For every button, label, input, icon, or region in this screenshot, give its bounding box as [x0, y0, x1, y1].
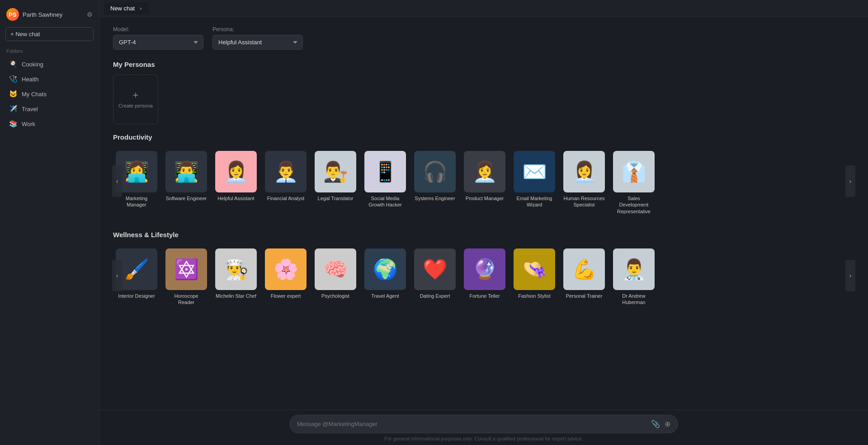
persona-label: Michelin Star Chef	[216, 293, 256, 299]
avatar: PS	[6, 8, 19, 21]
wellness-section: Wellness & Lifestyle ‹ 🖌️Interior Design…	[113, 231, 854, 313]
sidebar-item-travel[interactable]: ✈️Travel	[3, 102, 96, 116]
sidebar-header: PS Parth Sawhney ⚙	[0, 5, 99, 24]
settings-icon[interactable]: ⚙	[87, 11, 93, 18]
persona-label: Flower expert	[271, 293, 301, 299]
persona-card[interactable]: 👔Sales Development Representative	[611, 149, 656, 218]
persona-card[interactable]: 🔮Fortune Teller	[462, 247, 507, 309]
wellness-scroll-wrapper: ‹ 🖌️Interior Designer🔯Horoscope Reader👨‍…	[113, 245, 854, 313]
persona-label: Email Marketing Wizard	[514, 195, 555, 208]
persona-avatar: 👩‍💼	[563, 151, 605, 192]
persona-label: Psychologist	[321, 293, 349, 299]
folder-icon: 🐱	[9, 90, 18, 98]
persona-select[interactable]: Helpful Assistant	[212, 35, 303, 50]
sidebar-item-health[interactable]: 🩺Health	[3, 72, 96, 86]
persona-label: Personal Trainer	[566, 293, 603, 299]
persona-card[interactable]: 💪Personal Trainer	[561, 247, 607, 309]
persona-avatar: 💪	[563, 248, 605, 290]
persona-label: Sales Development Representative	[613, 195, 655, 215]
persona-card[interactable]: 👩‍💼Product Manager	[462, 149, 507, 218]
persona-label: Fashion Stylist	[518, 293, 551, 299]
persona-avatar: 👨‍💼	[265, 151, 307, 192]
wellness-scroll-right[interactable]: ›	[845, 260, 855, 291]
model-select[interactable]: GPT-4	[113, 35, 203, 50]
tab-close-button[interactable]: ×	[139, 6, 142, 11]
persona-label: Persona:	[212, 26, 303, 33]
tab-bar: New chat ×	[99, 0, 868, 17]
persona-avatar: 👒	[514, 248, 555, 290]
persona-card[interactable]: 👨‍💼Financial Analyst	[263, 149, 308, 218]
folder-label: My Chats	[22, 91, 47, 98]
user-name: Parth Sawhney	[23, 11, 62, 18]
main-panel: New chat × Model: GPT-4 Persona: Helpful…	[99, 0, 868, 445]
persona-avatar: ❤️	[414, 248, 456, 290]
persona-card[interactable]: 👩‍💼Helpful Assistant	[213, 149, 259, 218]
wellness-row: 🖌️Interior Designer🔯Horoscope Reader👨‍🍳M…	[113, 245, 854, 313]
tab-new-chat[interactable]: New chat ×	[104, 2, 149, 14]
persona-avatar: 🔮	[464, 248, 505, 290]
new-chat-button[interactable]: + New chat	[5, 27, 94, 41]
message-input[interactable]	[297, 421, 646, 427]
persona-card[interactable]: 👨‍💻Software Engineer	[164, 149, 209, 218]
productivity-section: Productivity ‹ 👩‍💻Marketing Manager👨‍💻So…	[113, 133, 854, 222]
productivity-scroll-wrapper: ‹ 👩‍💻Marketing Manager👨‍💻Software Engine…	[113, 147, 854, 222]
model-persona-row: Model: GPT-4 Persona: Helpful Assistant	[113, 26, 854, 50]
productivity-scroll-left[interactable]: ‹	[112, 165, 122, 197]
persona-card[interactable]: ❤️Dating Expert	[412, 247, 458, 309]
persona-avatar: 👨‍⚕️	[613, 248, 655, 290]
folder-label: Health	[22, 76, 39, 83]
persona-card[interactable]: 👒Fashion Stylist	[512, 247, 557, 309]
persona-avatar: 🌸	[265, 248, 307, 290]
persona-avatar: 📱	[364, 151, 406, 192]
productivity-row: 👩‍💻Marketing Manager👨‍💻Software Engineer…	[113, 147, 854, 222]
sidebar-item-my-chats[interactable]: 🐱My Chats	[3, 87, 96, 101]
persona-label: Dating Expert	[420, 293, 450, 299]
folder-list: 🍳Cooking🩺Health🐱My Chats✈️Travel📚Work	[0, 56, 99, 131]
persona-label: Helpful Assistant	[217, 195, 254, 201]
wellness-scroll-left[interactable]: ‹	[112, 260, 122, 291]
sidebar-item-cooking[interactable]: 🍳Cooking	[3, 57, 96, 71]
persona-card[interactable]: 👩‍💼Human Resources Specialist	[561, 149, 607, 218]
message-input-wrap: 📎 ⊕	[289, 415, 678, 433]
create-persona-label: Create persona	[118, 103, 153, 108]
persona-field-group: Persona: Helpful Assistant	[212, 26, 303, 50]
persona-card[interactable]: ✉️Email Marketing Wizard	[512, 149, 557, 218]
persona-card[interactable]: 👨‍⚖️Legal Translator	[313, 149, 358, 218]
persona-label: Social Media Growth Hacker	[364, 195, 406, 208]
persona-avatar: 👨‍⚖️	[315, 151, 356, 192]
persona-label: Dr Andrew Huberman	[613, 293, 655, 306]
productivity-scroll-right[interactable]: ›	[845, 165, 855, 197]
wellness-title: Wellness & Lifestyle	[113, 231, 854, 239]
persona-card[interactable]: 🌸Flower expert	[263, 247, 308, 309]
send-icon[interactable]: ⊕	[665, 420, 670, 428]
folder-icon: 📚	[9, 120, 18, 128]
persona-card[interactable]: 👨‍🍳Michelin Star Chef	[213, 247, 259, 309]
model-field-group: Model: GPT-4	[113, 26, 203, 50]
persona-avatar: 👔	[613, 151, 655, 192]
persona-avatar: 🌍	[364, 248, 406, 290]
persona-card[interactable]: 🧠Psychologist	[313, 247, 358, 309]
persona-avatar: 🔯	[165, 248, 207, 290]
persona-card[interactable]: 🔯Horoscope Reader	[164, 247, 209, 309]
my-personas-section: My Personas + Create persona	[113, 61, 854, 124]
persona-label: Marketing Manager	[116, 195, 157, 208]
create-persona-plus: +	[133, 90, 139, 100]
persona-avatar: 🎧	[414, 151, 456, 192]
sidebar-item-work[interactable]: 📚Work	[3, 117, 96, 131]
persona-card[interactable]: 📱Social Media Growth Hacker	[363, 149, 408, 218]
sidebar: PS Parth Sawhney ⚙ + New chat Folders 🍳C…	[0, 0, 99, 445]
persona-label: Systems Engineer	[415, 195, 455, 201]
persona-card[interactable]: 🌍Travel Agent	[363, 247, 408, 309]
persona-card[interactable]: 🎧Systems Engineer	[412, 149, 458, 218]
model-label: Model:	[113, 26, 203, 33]
persona-label: Travel Agent	[371, 293, 399, 299]
persona-card[interactable]: 👨‍⚕️Dr Andrew Huberman	[611, 247, 656, 309]
persona-label: Legal Translator	[318, 195, 354, 201]
attachment-icon[interactable]: 📎	[651, 420, 660, 428]
folder-icon: 🍳	[9, 60, 18, 68]
create-persona-card[interactable]: + Create persona	[113, 75, 158, 124]
persona-label: Financial Analyst	[267, 195, 305, 201]
persona-avatar: 🧠	[315, 248, 356, 290]
my-personas-grid: + Create persona	[113, 75, 854, 124]
persona-label: Interior Designer	[118, 293, 155, 299]
